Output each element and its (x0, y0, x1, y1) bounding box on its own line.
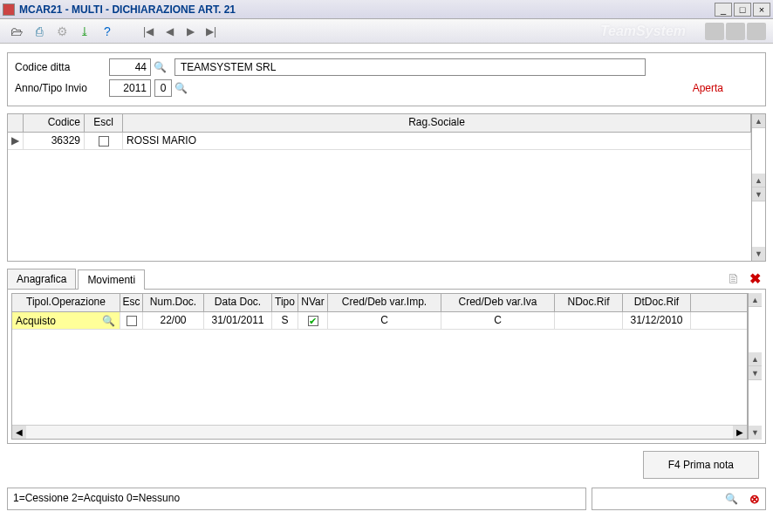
scroll-right-icon[interactable]: ▶ (733, 426, 747, 439)
col-tipo[interactable]: Tipo (272, 294, 298, 311)
cell-escl[interactable] (85, 133, 123, 149)
nav-last-icon[interactable]: ▶| (203, 24, 219, 39)
status-right-panel: 🔍 ⊗ (592, 488, 766, 510)
anno-field[interactable]: 2011 (109, 79, 151, 97)
delete-icon[interactable]: ✖ (749, 270, 761, 287)
movimenti-panel: Tipol.Operazione Esc Num.Doc. Data Doc. … (7, 289, 766, 444)
cell-tipol-text: Acquisto (16, 315, 56, 327)
cell-datadoc: 31/01/2011 (204, 312, 272, 329)
col-codice[interactable]: Codice (24, 114, 85, 132)
codice-ditta-field[interactable]: 44 (109, 58, 151, 76)
document-icon[interactable]: 🗎 (727, 271, 741, 287)
scroll-left-icon[interactable]: ◀ (12, 426, 26, 439)
help-icon[interactable]: ? (98, 23, 117, 40)
col-esc[interactable]: Esc (120, 294, 143, 311)
search-icon[interactable]: 🔍 (102, 315, 115, 327)
col-datadoc[interactable]: Data Doc. (204, 294, 272, 311)
scroll-dndbl-icon[interactable]: ▼ (752, 188, 765, 201)
scroll-up-icon[interactable]: ▲ (752, 114, 765, 128)
col-nvar[interactable]: NVar (298, 294, 328, 311)
search-icon[interactable]: 🔍 (154, 61, 167, 73)
cell-codice: 36329 (24, 133, 85, 149)
nav-next-icon[interactable]: ▶ (182, 24, 198, 39)
cell-creddeb-iva: C (441, 312, 555, 329)
status-aperta: Aperta (693, 82, 758, 94)
scroll-dndbl-icon[interactable]: ▼ (749, 366, 762, 380)
scroll-down-icon[interactable]: ▼ (749, 426, 762, 440)
scroll-track[interactable] (26, 426, 733, 439)
ditta-nome-text: TEAMSYSTEM SRL (181, 61, 276, 73)
tool-right-3[interactable] (747, 23, 766, 40)
label-codice-ditta: Codice ditta (15, 61, 109, 73)
mov-scrollbar[interactable]: ▲ ▲ ▼ ▼ (748, 293, 762, 440)
cell-tipo: S (272, 312, 298, 329)
table-row[interactable]: ▶ 36329 ROSSI MARIO (8, 133, 751, 150)
grid-scrollbar[interactable]: ▲ ▲ ▼ ▼ (751, 114, 765, 261)
col-creddeb-imp[interactable]: Cred/Deb var.Imp. (328, 294, 441, 311)
col-ndocrif[interactable]: NDoc.Rif (555, 294, 623, 311)
toolbar: 🗁 ⎙ ⚙ ⤓ ? |◀ ◀ ▶ ▶| TeamSystem (0, 19, 773, 44)
scroll-up-icon[interactable]: ▲ (749, 293, 762, 307)
tool-right-2[interactable] (726, 23, 745, 40)
tab-movimenti[interactable]: Movimenti (78, 269, 145, 290)
grid-row-selector-header (8, 114, 24, 132)
subjects-grid: Codice Escl Rag.Sociale ▶ 36329 ROSSI MA… (7, 113, 766, 262)
col-escl[interactable]: Escl (85, 114, 123, 132)
close-button[interactable]: × (753, 3, 770, 17)
checkbox[interactable] (127, 316, 137, 326)
brand-logo: TeamSystem (600, 24, 686, 39)
cell-tipol[interactable]: Acquisto🔍 (12, 312, 120, 329)
cell-creddeb-imp: C (328, 312, 441, 329)
app-icon (3, 3, 15, 16)
nav-prev-icon[interactable]: ◀ (161, 24, 177, 39)
status-hint: 1=Cessione 2=Acquisto 0=Nessuno (7, 488, 586, 510)
nav-first-icon[interactable]: |◀ (140, 24, 156, 39)
cell-numdoc: 22/00 (143, 312, 204, 329)
cell-nvar[interactable] (298, 312, 328, 329)
export-icon[interactable]: ⤓ (75, 23, 94, 40)
ditta-nome-field: TEAMSYSTEM SRL (174, 58, 646, 76)
status-delete-icon[interactable]: ⊗ (749, 492, 760, 506)
col-numdoc[interactable]: Num.Doc. (143, 294, 204, 311)
row-indicator-icon: ▶ (8, 133, 24, 149)
search-icon[interactable]: 🔍 (725, 493, 738, 505)
cell-esc[interactable] (120, 312, 143, 329)
minimize-button[interactable]: _ (715, 3, 732, 17)
open-icon[interactable]: 🗁 (7, 23, 26, 40)
checkbox[interactable] (99, 136, 109, 147)
col-creddeb-iva[interactable]: Cred/Deb var.Iva (441, 294, 555, 311)
horizontal-scrollbar[interactable]: ◀ ▶ (12, 425, 747, 439)
header-panel: Codice ditta 44 🔍 TEAMSYSTEM SRL Anno/Ti… (7, 52, 766, 106)
tabs: Anagrafica Movimenti 🗎 ✖ (7, 269, 766, 289)
cell-dtdocrif: 31/12/2010 (623, 312, 691, 329)
print-icon[interactable]: ⎙ (30, 23, 49, 40)
cell-ndocrif (555, 312, 623, 329)
window-titlebar: MCAR21 - MULTI - DICHIARAZIONE ART. 21 _… (0, 0, 773, 19)
window-title: MCAR21 - MULTI - DICHIARAZIONE ART. 21 (19, 3, 713, 16)
scroll-down-icon[interactable]: ▼ (752, 247, 765, 261)
checkbox-checked[interactable] (308, 316, 318, 326)
tipo-invio-field[interactable]: 0 (154, 79, 172, 97)
col-dtdocrif[interactable]: DtDoc.Rif (623, 294, 691, 311)
prima-nota-button[interactable]: F4 Prima nota (643, 451, 759, 479)
search-icon[interactable]: 🔍 (174, 82, 188, 94)
table-row[interactable]: Acquisto🔍 22/00 31/01/2011 S C C 31/12/2… (12, 312, 747, 330)
label-anno-tipo: Anno/Tipo Invio (15, 82, 109, 94)
scroll-updbl-icon[interactable]: ▲ (752, 174, 765, 188)
tab-anagrafica[interactable]: Anagrafica (7, 269, 76, 289)
scroll-updbl-icon[interactable]: ▲ (749, 352, 762, 366)
tool-icon[interactable]: ⚙ (52, 23, 72, 40)
status-bar: 1=Cessione 2=Acquisto 0=Nessuno 🔍 ⊗ (0, 488, 773, 514)
tool-right-1[interactable] (705, 23, 724, 40)
maximize-button[interactable]: □ (734, 3, 751, 17)
col-tipol[interactable]: Tipol.Operazione (12, 294, 120, 311)
cell-ragsociale: ROSSI MARIO (123, 133, 751, 149)
col-ragsociale[interactable]: Rag.Sociale (123, 114, 751, 132)
